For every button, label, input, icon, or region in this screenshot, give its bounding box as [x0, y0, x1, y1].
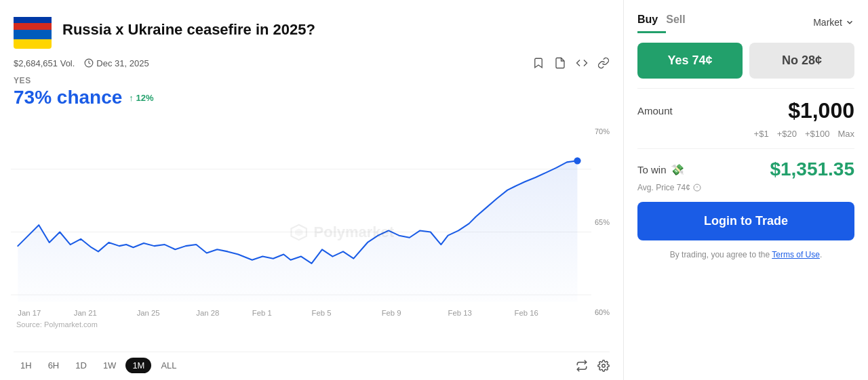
money-bag-icon: 💸	[671, 163, 684, 176]
svg-text:Feb 13: Feb 13	[448, 309, 472, 317]
no-button[interactable]: No 28¢	[749, 43, 854, 79]
svg-point-16	[602, 364, 606, 367]
source-label: Source: Polymarket.com	[16, 320, 98, 329]
time-btn-all[interactable]: ALL	[154, 358, 183, 373]
svg-text:Feb 5: Feb 5	[312, 309, 332, 317]
time-btn-1d[interactable]: 1D	[68, 358, 94, 373]
buy-sell-tabs: Buy Sell	[637, 11, 694, 33]
shortcut-3[interactable]: +$100	[805, 129, 830, 139]
towin-section: To win 💸 $1,351.35 Avg. Price 74¢	[637, 159, 854, 192]
divider-1	[637, 88, 854, 89]
code-icon[interactable]	[576, 57, 588, 69]
amount-value: $1,000	[788, 98, 854, 123]
info-icon	[693, 184, 701, 192]
time-btn-1h[interactable]: 1H	[14, 358, 39, 373]
chance-change: ↑ 12%	[129, 93, 153, 103]
market-flag	[14, 11, 52, 49]
trade-header: Buy Sell Market	[637, 11, 854, 33]
svg-text:Jan 17: Jan 17	[18, 309, 41, 317]
yes-label: YES	[14, 76, 610, 85]
login-to-trade-button[interactable]: Login to Trade	[637, 202, 854, 240]
yes-button[interactable]: Yes 74¢	[637, 43, 743, 79]
meta-row: $2,684,651 Vol. Dec 31, 2025	[14, 57, 610, 69]
market-dropdown[interactable]: Market	[813, 17, 854, 28]
avg-price: Avg. Price 74¢	[637, 183, 854, 192]
terms-link[interactable]: Terms of Use	[772, 250, 820, 259]
shortcut-2[interactable]: +$20	[777, 129, 797, 139]
svg-text:Feb 16: Feb 16	[515, 309, 538, 317]
price-chart: Jan 17 Jan 21 Jan 25 Jan 28 Feb 1 Feb 5 …	[11, 114, 612, 350]
chart-ctrl-icons	[576, 360, 610, 372]
time-btn-1w[interactable]: 1W	[96, 358, 123, 373]
settings-icon[interactable]	[597, 360, 610, 372]
tab-buy[interactable]: Buy	[637, 11, 666, 33]
amount-label: Amount	[637, 105, 673, 117]
chart-area: Polymarket 70% 65% 60% Source: Polymarke…	[11, 114, 612, 350]
tab-sell[interactable]: Sell	[666, 11, 693, 33]
svg-text:Jan 21: Jan 21	[74, 309, 97, 317]
market-title: Russia x Ukraine ceasefire in 2025?	[62, 20, 315, 40]
shortcut-max[interactable]: Max	[837, 129, 854, 139]
right-panel: Buy Sell Market Yes 74¢ No 28¢ Amount $1…	[624, 0, 868, 380]
time-controls: 1H 6H 1D 1W 1M ALL	[14, 352, 610, 380]
towin-row: To win 💸 $1,351.35	[637, 159, 854, 180]
chevron-down-icon	[845, 18, 854, 27]
swap-icon[interactable]	[576, 360, 588, 372]
svg-text:Feb 9: Feb 9	[382, 309, 401, 317]
svg-text:Jan 25: Jan 25	[137, 309, 160, 317]
clock-icon	[84, 58, 94, 68]
amount-row: Amount $1,000	[637, 98, 854, 123]
chance-value: 73% chance	[14, 87, 122, 108]
terms-text: By trading, you agree to the Terms of Us…	[637, 250, 854, 259]
shortcut-1[interactable]: +$1	[754, 129, 769, 139]
expiry-label: Dec 31, 2025	[84, 58, 149, 68]
divider-2	[637, 148, 854, 149]
time-btn-1m[interactable]: 1M	[125, 358, 151, 373]
market-header: Russia x Ukraine ceasefire in 2025?	[14, 11, 610, 49]
amount-shortcuts: +$1 +$20 +$100 Max	[637, 129, 854, 139]
chance-section: YES 73% chance ↑ 12%	[14, 76, 610, 108]
meta-icons	[532, 57, 610, 69]
bookmark-icon[interactable]	[532, 57, 545, 69]
volume-label: $2,684,651 Vol.	[14, 58, 75, 68]
towin-value: $1,351.35	[770, 159, 854, 180]
time-btn-6h[interactable]: 6H	[41, 358, 66, 373]
amount-section: Amount $1,000 +$1 +$20 +$100 Max	[637, 98, 854, 139]
link-icon[interactable]	[597, 57, 610, 69]
svg-point-15	[574, 157, 580, 164]
meta-left: $2,684,651 Vol. Dec 31, 2025	[14, 58, 149, 68]
svg-text:Jan 28: Jan 28	[196, 309, 219, 317]
left-panel: Russia x Ukraine ceasefire in 2025? $2,6…	[0, 0, 624, 380]
outcome-buttons: Yes 74¢ No 28¢	[637, 43, 854, 79]
document-icon[interactable]	[554, 57, 566, 69]
towin-label: To win 💸	[637, 163, 684, 176]
chart-y-labels: 70% 65% 60%	[595, 114, 610, 330]
svg-text:Feb 1: Feb 1	[252, 309, 272, 317]
time-buttons: 1H 6H 1D 1W 1M ALL	[14, 358, 184, 373]
chance-row: 73% chance ↑ 12%	[14, 87, 610, 108]
